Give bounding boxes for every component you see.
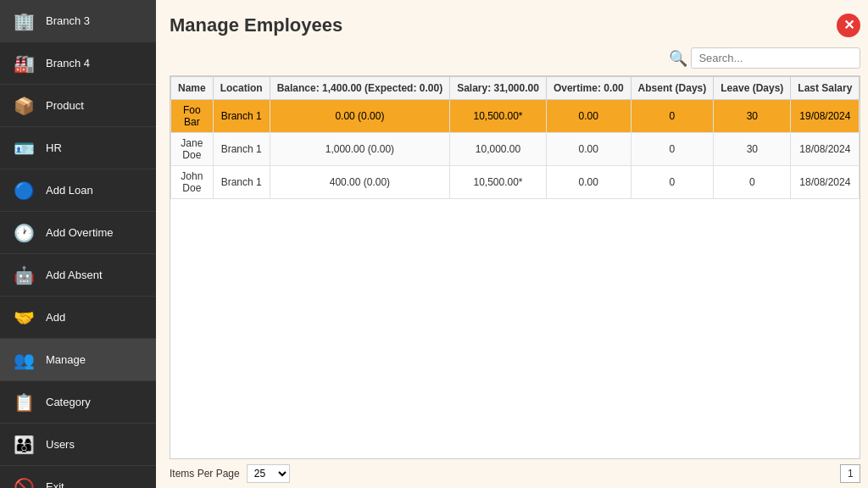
sidebar-label-users: Users [46, 438, 75, 451]
page-number[interactable]: 1 [840, 464, 860, 483]
table-cell: 0.00 [546, 133, 631, 166]
sidebar-icon-hr: 🪪 [10, 135, 37, 162]
table-cell: 0 [631, 133, 714, 166]
column-header: Leave (Days) [714, 77, 791, 100]
sidebar-icon-manage: 👥 [10, 347, 37, 374]
table-cell: Foo Bar [171, 100, 214, 133]
sidebar-icon-category: 📋 [10, 389, 37, 416]
table-cell: 0 [714, 166, 791, 199]
table-cell: Branch 1 [213, 166, 270, 199]
sidebar-label-add-absent: Add Absent [46, 269, 103, 281]
sidebar-icon-exit: 🚫 [10, 474, 37, 489]
close-button[interactable]: ✕ [837, 14, 860, 37]
table-cell: 400.00 (0.00) [270, 166, 449, 199]
sidebar-icon-branch4: 🏭 [10, 50, 37, 77]
sidebar-item-category[interactable]: 📋 Category [0, 381, 156, 424]
sidebar-item-add-absent[interactable]: 🤖 Add Absent [0, 254, 156, 297]
table-cell: 30 [714, 100, 791, 133]
sidebar-item-exit[interactable]: 🚫 Exit [0, 466, 156, 488]
main-header: Manage Employees ✕ [170, 14, 860, 37]
table-cell: 30 [714, 133, 791, 166]
sidebar-label-add-loan: Add Loan [46, 184, 93, 197]
column-header: Location [213, 77, 270, 100]
sidebar-item-add-loan[interactable]: 🔵 Add Loan [0, 169, 156, 212]
column-header: Salary: 31,000.00 [450, 77, 547, 100]
sidebar-item-users[interactable]: 👨‍👩‍👦 Users [0, 424, 156, 466]
search-icon: 🔍 [669, 49, 687, 68]
sidebar-icon-branch3: 🏢 [10, 8, 37, 35]
table-cell: 10,500.00* [450, 166, 547, 199]
sidebar-item-product[interactable]: 📦 Product [0, 85, 156, 127]
items-per-page-select[interactable]: 25 50 100 [247, 464, 290, 483]
search-bar: 🔍 [170, 47, 860, 69]
sidebar-icon-add: 🤝 [10, 304, 37, 331]
employee-table: NameLocationBalance: 1,400.00 (Expected:… [170, 76, 860, 199]
table-cell: 18/08/2024 [791, 133, 860, 166]
items-per-page-label: Items Per Page [170, 468, 240, 480]
column-header: Last Salary [791, 77, 860, 100]
page-title: Manage Employees [170, 14, 342, 36]
sidebar-item-branch4[interactable]: 🏭 Branch 4 [0, 42, 156, 85]
sidebar-item-branch3[interactable]: 🏢 Branch 3 [0, 0, 156, 42]
sidebar-icon-add-absent: 🤖 [10, 262, 37, 289]
column-header: Balance: 1,400.00 (Expected: 0.00) [270, 77, 449, 100]
table-cell: John Doe [171, 166, 214, 199]
page-navigation: 1 [840, 464, 860, 483]
table-cell: 19/08/2024 [791, 100, 860, 133]
sidebar-item-manage[interactable]: 👥 Manage [0, 339, 156, 381]
table-cell: 10,500.00* [450, 100, 547, 133]
sidebar-label-branch4: Branch 4 [46, 57, 90, 69]
table-footer: Items Per Page 25 50 100 1 [170, 459, 860, 488]
search-input[interactable] [691, 47, 860, 69]
table-cell: 1,000.00 (0.00) [270, 133, 449, 166]
sidebar: 🏢 Branch 3 🏭 Branch 4 📦 Product 🪪 HR 🔵 A… [0, 0, 156, 488]
sidebar-label-manage: Manage [46, 353, 86, 366]
sidebar-label-category: Category [46, 396, 91, 408]
employee-table-container: NameLocationBalance: 1,400.00 (Expected:… [170, 75, 860, 459]
column-header: Overtime: 0.00 [546, 77, 631, 100]
column-header: Absent (Days) [631, 77, 714, 100]
table-cell: Jane Doe [171, 133, 214, 166]
sidebar-icon-product: 📦 [10, 92, 37, 119]
table-cell: 0 [631, 166, 714, 199]
sidebar-icon-users: 👨‍👩‍👦 [10, 431, 37, 458]
table-cell: 0.00 [546, 166, 631, 199]
sidebar-label-hr: HR [46, 141, 62, 154]
sidebar-label-exit: Exit [46, 480, 64, 488]
sidebar-label-add: Add [46, 311, 65, 324]
main-content: Manage Employees ✕ 🔍 NameLocationBalance… [156, 0, 868, 488]
sidebar-label-add-overtime: Add Overtime [46, 226, 113, 239]
sidebar-item-hr[interactable]: 🪪 HR [0, 127, 156, 169]
table-cell: 0.00 [546, 100, 631, 133]
table-cell: Branch 1 [213, 133, 270, 166]
sidebar-icon-add-loan: 🔵 [10, 177, 37, 204]
sidebar-item-add-overtime[interactable]: 🕐 Add Overtime [0, 212, 156, 254]
table-row[interactable]: John DoeBranch 1400.00 (0.00)10,500.00*0… [171, 166, 860, 199]
table-cell: Branch 1 [213, 100, 270, 133]
table-row[interactable]: Foo BarBranch 10.00 (0.00)10,500.00*0.00… [171, 100, 860, 133]
table-cell: 0.00 (0.00) [270, 100, 449, 133]
table-row[interactable]: Jane DoeBranch 11,000.00 (0.00)10,000.00… [171, 133, 860, 166]
sidebar-label-branch3: Branch 3 [46, 14, 90, 27]
table-cell: 10,000.00 [450, 133, 547, 166]
table-cell: 0 [631, 100, 714, 133]
sidebar-label-product: Product [46, 99, 84, 112]
table-cell: 18/08/2024 [791, 166, 860, 199]
column-header: Name [171, 77, 214, 100]
sidebar-item-add[interactable]: 🤝 Add [0, 297, 156, 339]
sidebar-icon-add-overtime: 🕐 [10, 219, 37, 247]
